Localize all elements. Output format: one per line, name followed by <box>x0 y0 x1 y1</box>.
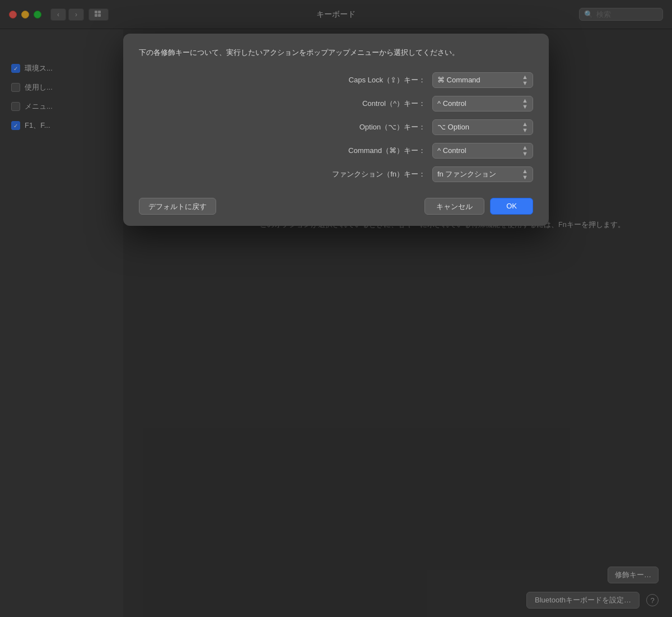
modifier-key-dialog: 下の各修飾キーについて、実行したいアクションをポップアップメニューから選択してく… <box>123 34 549 226</box>
modal-buttons: デフォルトに戻す キャンセル OK <box>139 198 533 215</box>
modal-right-buttons: キャンセル OK <box>424 198 533 215</box>
select-chevrons-1: ▲▼ <box>522 98 528 110</box>
select-chevrons-2: ▲▼ <box>522 121 528 133</box>
option-select[interactable]: ⌥ Option ▲▼ <box>432 119 533 135</box>
key-rows: Caps Lock（⇪）キー： ⌘ Command ▲▼ Control（^）キ… <box>139 72 533 182</box>
caps-lock-select[interactable]: ⌘ Command ▲▼ <box>432 72 533 88</box>
caps-lock-label: Caps Lock（⇪）キー： <box>314 75 426 85</box>
key-row-function: ファンクション（fn）キー： fn ファンクション ▲▼ <box>139 166 533 182</box>
select-chevrons-4: ▲▼ <box>522 168 528 180</box>
control-label: Control（^）キー： <box>314 99 426 109</box>
function-label: ファンクション（fn）キー： <box>314 169 426 179</box>
select-chevrons-0: ▲▼ <box>522 74 528 86</box>
key-row-command: Command（⌘）キー： ^ Control ▲▼ <box>139 143 533 159</box>
default-button[interactable]: デフォルトに戻す <box>139 198 216 215</box>
cancel-button[interactable]: キャンセル <box>424 198 484 215</box>
select-chevrons-3: ▲▼ <box>522 145 528 157</box>
modal-description: 下の各修飾キーについて、実行したいアクションをポップアップメニューから選択してく… <box>139 47 533 59</box>
option-label: Option（⌥）キー： <box>314 122 426 132</box>
command-label: Command（⌘）キー： <box>314 146 426 156</box>
function-select[interactable]: fn ファンクション ▲▼ <box>432 166 533 182</box>
ok-button[interactable]: OK <box>490 198 533 215</box>
command-select[interactable]: ^ Control ▲▼ <box>432 143 533 159</box>
key-row-option: Option（⌥）キー： ⌥ Option ▲▼ <box>139 119 533 135</box>
control-select[interactable]: ^ Control ▲▼ <box>432 96 533 112</box>
key-row-caps-lock: Caps Lock（⇪）キー： ⌘ Command ▲▼ <box>139 72 533 88</box>
key-row-control: Control（^）キー： ^ Control ▲▼ <box>139 96 533 112</box>
